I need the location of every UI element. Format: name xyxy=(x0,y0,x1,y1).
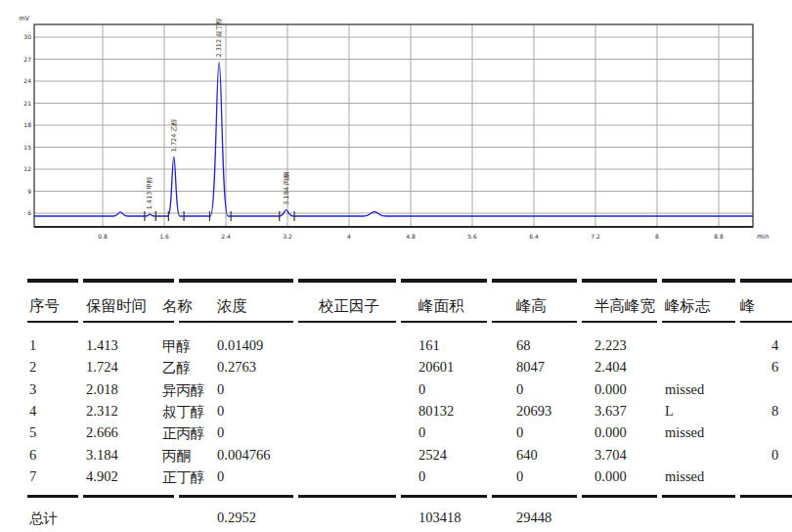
table-cell: 0 xyxy=(418,468,425,485)
table-cell: 0 xyxy=(516,381,523,398)
table-cell: 5 xyxy=(29,424,36,441)
table-cell: 2 xyxy=(29,359,36,376)
table-rule-gap xyxy=(577,279,582,283)
table-rule-gap xyxy=(78,321,83,323)
table-cell: 0.000 xyxy=(594,424,627,441)
table-rule-gap xyxy=(396,321,401,323)
table-cell: missed xyxy=(665,424,704,441)
table-rule-gap xyxy=(735,321,740,323)
table-cell: 80132 xyxy=(418,403,454,420)
table-cell: 20693 xyxy=(516,403,551,420)
table-cell: 6 xyxy=(29,447,36,464)
column-header: 峰高 xyxy=(516,296,547,317)
table-cell: 0 xyxy=(516,468,523,485)
table-cell: 8 xyxy=(771,403,778,420)
table-rule-gap xyxy=(577,321,582,323)
table-cell: 2.018 xyxy=(86,381,118,398)
column-header: 序号 xyxy=(29,296,60,317)
table-cell: 异丙醇 xyxy=(162,381,205,400)
table-rule-gap xyxy=(487,321,492,323)
table-cell: 0 xyxy=(217,403,224,420)
table-rule-gap xyxy=(657,279,662,283)
table-rule-gap xyxy=(577,495,582,498)
table-rule-gap xyxy=(78,279,83,283)
table-rule-gap xyxy=(293,279,298,283)
table-cell: 640 xyxy=(516,447,538,464)
table-rule-gap xyxy=(174,321,179,323)
table-cell: 6 xyxy=(771,359,778,376)
table-rule-gap xyxy=(657,321,662,323)
table-rule-gap xyxy=(174,279,179,283)
total-cell: 103418 xyxy=(418,510,462,526)
table-cell: 2.312 xyxy=(86,403,118,420)
table-cell: 7 xyxy=(29,468,36,485)
column-header: 保留时间 xyxy=(86,296,147,317)
column-header: 名称 xyxy=(162,296,193,317)
table-cell: missed xyxy=(665,468,704,485)
table-cell: 161 xyxy=(418,337,440,354)
total-cell: 总计 xyxy=(29,510,58,528)
table-rule-gap xyxy=(487,495,492,498)
table-rule-gap xyxy=(487,279,492,283)
table-cell: 1.413 xyxy=(86,337,118,354)
table-rule xyxy=(27,495,792,498)
table-cell: 0 xyxy=(516,424,523,441)
table-cell: 甲醇 xyxy=(162,337,191,356)
table-rule xyxy=(27,321,792,323)
table-cell: 0 xyxy=(418,424,425,441)
table-rule-gap xyxy=(174,495,179,498)
table-cell: 0 xyxy=(418,381,425,398)
table-cell: 1 xyxy=(29,337,36,354)
table-cell: 正丙醇 xyxy=(162,424,205,443)
table-cell: 0 xyxy=(771,447,778,464)
table-cell: 20601 xyxy=(418,359,454,376)
total-cell: 29448 xyxy=(516,510,551,526)
table-cell: 乙醇 xyxy=(162,359,191,377)
table-cell: 丙酮 xyxy=(162,447,191,466)
table-cell: 3.184 xyxy=(86,447,118,464)
table-cell: 0.000 xyxy=(594,381,627,398)
table-rule xyxy=(27,279,792,283)
table-cell: 2.666 xyxy=(86,424,118,441)
table-rule-gap xyxy=(657,495,662,498)
total-cell: 0.2952 xyxy=(217,510,256,526)
table-cell: 4.902 xyxy=(86,468,118,485)
table-cell: 0.2763 xyxy=(217,359,256,376)
table-cell: 0.01409 xyxy=(217,337,263,354)
table-cell: L xyxy=(665,403,674,420)
table-cell: 2.404 xyxy=(594,359,627,376)
table-cell: 0 xyxy=(217,424,224,441)
table-rule-gap xyxy=(293,495,298,498)
column-header: 峰面积 xyxy=(418,296,464,317)
table-cell: 4 xyxy=(771,337,778,354)
table-cell: 叔丁醇 xyxy=(162,403,205,421)
table-rule-gap xyxy=(735,495,740,498)
table-cell: 8047 xyxy=(516,359,545,376)
column-header: 校正因子 xyxy=(319,296,379,317)
table-cell: 4 xyxy=(29,403,36,420)
table-cell: 0.004766 xyxy=(217,447,270,464)
column-header: 半高峰宽 xyxy=(594,296,655,317)
column-header: 浓度 xyxy=(217,296,247,317)
table-cell: 正丁醇 xyxy=(162,468,205,487)
table-rule-gap xyxy=(735,279,740,283)
table-rule-gap xyxy=(78,495,83,498)
table-rule-gap xyxy=(396,495,401,498)
table-cell: 2524 xyxy=(418,447,447,464)
table-cell: 1.724 xyxy=(86,359,118,376)
table-cell: 2.223 xyxy=(594,337,627,354)
column-header: 峰 xyxy=(740,296,756,317)
table-cell: 0 xyxy=(217,468,224,485)
table-rule-gap xyxy=(396,279,401,283)
table-rule-gap xyxy=(293,321,298,323)
table-cell: 3 xyxy=(29,381,36,398)
table-cell: 68 xyxy=(516,337,531,354)
table-cell: 0.000 xyxy=(594,468,627,485)
table-cell: 3.704 xyxy=(594,447,627,464)
column-header: 峰标志 xyxy=(665,296,711,317)
table-cell: 0 xyxy=(217,381,224,398)
peak-results-table: 序号保留时间名称浓度校正因子峰面积峰高半高峰宽峰标志峰11.413甲醇0.014… xyxy=(0,0,792,532)
table-cell: 3.637 xyxy=(594,403,627,420)
table-cell: missed xyxy=(665,381,704,398)
